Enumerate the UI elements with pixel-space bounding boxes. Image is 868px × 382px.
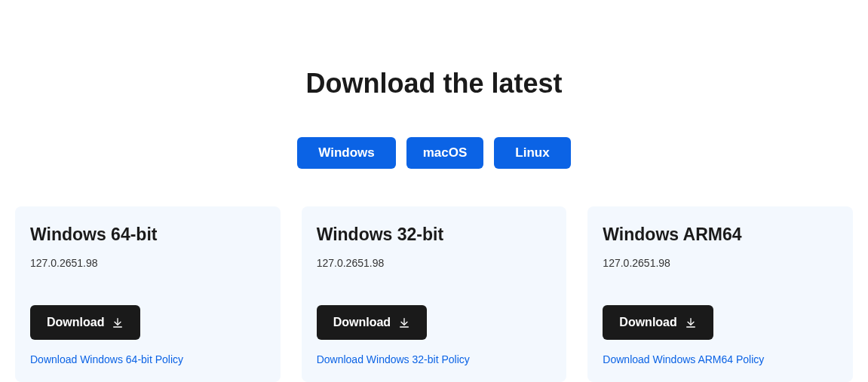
download-button-label: Download [333,316,391,329]
download-button-label: Download [47,316,104,329]
download-card-arm64: Windows ARM64 127.0.2651.98 Download Dow… [587,206,853,382]
tab-windows[interactable]: Windows [297,137,395,169]
tab-linux[interactable]: Linux [494,137,570,169]
download-button[interactable]: Download [30,305,140,340]
page-title: Download the latest [15,68,853,99]
download-icon [685,316,697,329]
download-button[interactable]: Download [603,305,713,340]
download-card-win32: Windows 32-bit 127.0.2651.98 Download Do… [302,206,567,382]
card-version: 127.0.2651.98 [30,257,265,269]
download-icon [112,316,124,329]
card-title: Windows 32-bit [317,225,552,245]
download-button-label: Download [619,316,676,329]
card-title: Windows ARM64 [603,225,838,245]
card-version: 127.0.2651.98 [317,257,552,269]
download-card-win64: Windows 64-bit 127.0.2651.98 Download Do… [15,206,281,382]
download-cards: Windows 64-bit 127.0.2651.98 Download Do… [15,206,853,382]
card-version: 127.0.2651.98 [603,257,838,269]
policy-link[interactable]: Download Windows ARM64 Policy [603,353,838,365]
card-title: Windows 64-bit [30,225,265,245]
policy-link[interactable]: Download Windows 32-bit Policy [317,353,552,365]
download-button[interactable]: Download [317,305,427,340]
os-tabs: Windows macOS Linux [15,137,853,169]
tab-macos[interactable]: macOS [406,137,484,169]
policy-link[interactable]: Download Windows 64-bit Policy [30,353,265,365]
download-icon [398,316,410,329]
